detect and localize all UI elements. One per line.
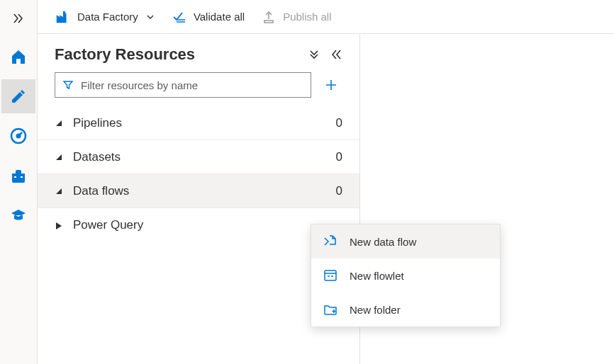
dataflow-icon bbox=[323, 234, 338, 249]
home-icon bbox=[10, 48, 27, 65]
validate-icon bbox=[172, 10, 186, 24]
left-nav-rail bbox=[0, 0, 38, 364]
new-folder-icon bbox=[323, 302, 338, 317]
chevron-down-icon bbox=[145, 12, 155, 22]
nav-monitor[interactable] bbox=[1, 119, 35, 153]
svg-rect-3 bbox=[21, 176, 23, 178]
resource-count: 0 bbox=[336, 150, 342, 164]
filter-row bbox=[38, 72, 359, 103]
expand-nav-button[interactable] bbox=[4, 4, 33, 33]
validate-label: Validate all bbox=[194, 11, 245, 23]
nav-learn[interactable] bbox=[1, 198, 35, 232]
add-resource-button[interactable] bbox=[320, 74, 342, 96]
expand-icon bbox=[55, 221, 63, 229]
service-switcher[interactable]: Data Factory bbox=[55, 9, 155, 25]
publish-all-button: Publish all bbox=[262, 10, 331, 24]
resource-label: Pipelines bbox=[73, 116, 336, 130]
gauge-icon bbox=[10, 127, 27, 144]
ctx-label: New data flow bbox=[350, 236, 416, 248]
svg-rect-2 bbox=[14, 176, 16, 178]
nav-manage[interactable] bbox=[1, 159, 35, 193]
resource-count: 0 bbox=[336, 116, 342, 130]
flowlet-icon bbox=[323, 268, 338, 283]
validate-all-button[interactable]: Validate all bbox=[172, 10, 245, 24]
nav-author[interactable] bbox=[1, 79, 35, 113]
graduation-cap-icon bbox=[10, 207, 27, 224]
resource-group-datasets[interactable]: Datasets 0 bbox=[38, 140, 359, 174]
ctx-new-folder[interactable]: New folder bbox=[311, 292, 500, 326]
ctx-label: New folder bbox=[350, 304, 401, 316]
resource-count: 0 bbox=[336, 184, 342, 198]
filter-input[interactable] bbox=[81, 79, 303, 91]
collapse-panel-button[interactable] bbox=[331, 49, 342, 60]
factory-icon bbox=[55, 9, 70, 25]
service-label: Data Factory bbox=[77, 11, 138, 23]
filter-icon bbox=[62, 79, 74, 91]
plus-icon bbox=[324, 78, 338, 92]
panel-title: Factory Resources bbox=[55, 45, 308, 64]
resource-label: Datasets bbox=[73, 150, 336, 164]
ctx-new-flowlet[interactable]: New flowlet bbox=[311, 258, 500, 292]
expand-icon bbox=[55, 153, 63, 161]
panel-header: Factory Resources bbox=[38, 45, 359, 64]
double-chevron-right-icon bbox=[13, 13, 24, 24]
resource-label: Data flows bbox=[73, 184, 336, 198]
publish-icon bbox=[262, 10, 276, 24]
resource-group-pipelines[interactable]: Pipelines 0 bbox=[38, 106, 359, 140]
resource-label: Power Query bbox=[73, 218, 342, 232]
ctx-new-data-flow[interactable]: New data flow bbox=[311, 224, 500, 258]
resource-group-data-flows[interactable]: Data flows 0 bbox=[38, 174, 359, 208]
ctx-label: New flowlet bbox=[350, 270, 404, 282]
expand-icon bbox=[55, 119, 63, 127]
collapse-all-button[interactable] bbox=[308, 49, 320, 60]
filter-input-box[interactable] bbox=[55, 72, 311, 98]
pencil-icon bbox=[10, 88, 27, 105]
double-chevron-left-icon bbox=[331, 49, 342, 60]
toolbox-icon bbox=[10, 167, 27, 184]
publish-label: Publish all bbox=[283, 11, 331, 23]
double-chevron-down-icon bbox=[308, 49, 320, 60]
context-menu: New data flow New flowlet New folder bbox=[311, 224, 501, 327]
svg-rect-4 bbox=[325, 271, 336, 280]
nav-home[interactable] bbox=[1, 40, 35, 74]
resource-list: Pipelines 0 Datasets 0 Data flows 0 Powe… bbox=[38, 106, 359, 242]
expand-icon bbox=[55, 187, 63, 195]
top-toolbar: Data Factory Validate all Publish all bbox=[38, 0, 614, 34]
